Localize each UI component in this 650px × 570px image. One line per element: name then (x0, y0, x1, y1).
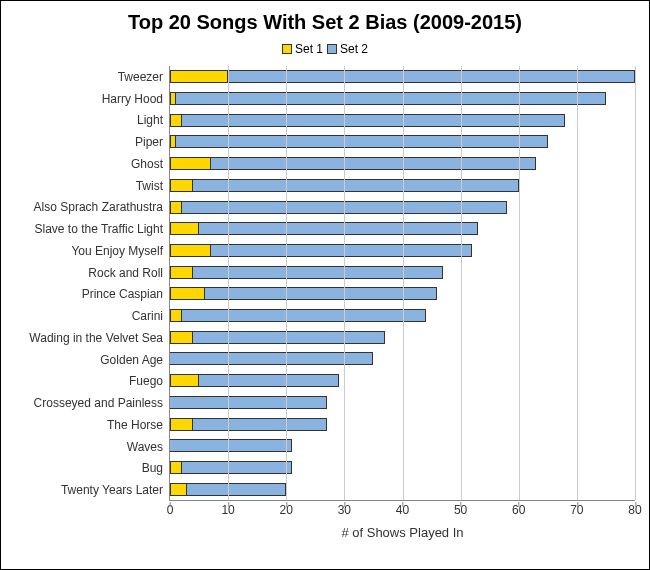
y-tick-label: Slave to the Traffic Light (15, 218, 169, 240)
x-tick-label: 60 (512, 503, 525, 517)
bar-segment-set2 (199, 222, 478, 235)
y-tick-label: Bug (15, 458, 169, 480)
bar-segment-set1 (170, 287, 205, 300)
bar-segment-set1 (170, 331, 193, 344)
bar-segment-set2 (193, 418, 327, 431)
bar-segment-set1 (170, 157, 211, 170)
y-tick-label: You Enjoy Myself (15, 240, 169, 262)
y-tick-label: Tweezer (15, 66, 169, 88)
bar-segment-set2 (170, 439, 292, 452)
bar-segment-set2 (193, 179, 519, 192)
plot-region (170, 66, 635, 501)
y-tick-label: Carini (15, 305, 169, 327)
y-tick-label: Also Sprach Zarathustra (15, 197, 169, 219)
grid-line (403, 66, 404, 500)
bar-segment-set1 (170, 461, 182, 474)
y-tick-label: Wading in the Velvet Sea (15, 327, 169, 349)
bar-segment-set2 (193, 266, 443, 279)
bar-segment-set1 (170, 222, 199, 235)
y-tick-label: Twist (15, 175, 169, 197)
bar-segment-set2 (199, 374, 339, 387)
grid-line (344, 66, 345, 500)
y-tick-label: Rock and Roll (15, 262, 169, 284)
y-tick-label: Golden Age (15, 349, 169, 371)
x-tick-label: 80 (628, 503, 641, 517)
bar-segment-set2 (211, 244, 473, 257)
bar-segment-set2 (211, 157, 537, 170)
y-tick-label: Ghost (15, 153, 169, 175)
y-tick-label: Harry Hood (15, 88, 169, 110)
bar-segment-set1 (170, 374, 199, 387)
bar-segment-set1 (170, 266, 193, 279)
y-tick-label: The Horse (15, 414, 169, 436)
x-tick-label: 70 (570, 503, 583, 517)
legend: Set 1 Set 2 (15, 42, 635, 56)
chart-container: Top 20 Songs With Set 2 Bias (2009-2015)… (0, 0, 650, 570)
bar-segment-set2 (170, 352, 373, 365)
x-axis-title: # of Shows Played In (170, 525, 635, 540)
bar-segment-set2 (182, 461, 292, 474)
bar-segment-set2 (182, 114, 566, 127)
bar-segment-set1 (170, 179, 193, 192)
bar-segment-set2 (176, 135, 548, 148)
grid-line (577, 66, 578, 500)
bar-segment-set2 (228, 70, 635, 83)
y-tick-label: Waves (15, 436, 169, 458)
bar-segment-set2 (193, 331, 385, 344)
bar-segment-set1 (170, 244, 211, 257)
y-tick-label: Light (15, 110, 169, 132)
bar-segment-set1 (170, 483, 187, 496)
legend-swatch-set2 (327, 44, 337, 54)
x-tick-label: 20 (280, 503, 293, 517)
y-tick-label: Piper (15, 131, 169, 153)
bar-segment-set2 (187, 483, 286, 496)
legend-item-set1: Set 1 (282, 42, 323, 56)
y-tick-label: Crosseyed and Painless (15, 392, 169, 414)
y-tick-label: Fuego (15, 371, 169, 393)
y-tick-label: Prince Caspian (15, 284, 169, 306)
bar-segment-set1 (170, 418, 193, 431)
x-tick-label: 50 (454, 503, 467, 517)
legend-item-set2: Set 2 (327, 42, 368, 56)
bar-segment-set1 (170, 114, 182, 127)
legend-swatch-set1 (282, 44, 292, 54)
bar-segment-set2 (182, 309, 426, 322)
x-axis: 01020304050607080 (170, 501, 635, 519)
legend-label-set1: Set 1 (295, 42, 323, 56)
x-tick-label: 10 (221, 503, 234, 517)
x-tick-label: 40 (396, 503, 409, 517)
grid-line (228, 66, 229, 500)
bar-segment-set2 (170, 396, 327, 409)
chart-title: Top 20 Songs With Set 2 Bias (2009-2015) (15, 11, 635, 34)
y-tick-label: Twenty Years Later (15, 479, 169, 501)
bar-segment-set1 (170, 70, 228, 83)
x-tick-label: 0 (167, 503, 174, 517)
grid-line (519, 66, 520, 500)
x-tick-label: 30 (338, 503, 351, 517)
bar-segment-set1 (170, 309, 182, 322)
grid-line (461, 66, 462, 500)
grid-line (635, 66, 636, 500)
bar-segment-set1 (170, 201, 182, 214)
legend-label-set2: Set 2 (340, 42, 368, 56)
plot-area: TweezerHarry HoodLightPiperGhostTwistAls… (15, 66, 635, 501)
bar-segment-set2 (176, 92, 606, 105)
grid-line (286, 66, 287, 500)
y-axis: TweezerHarry HoodLightPiperGhostTwistAls… (15, 66, 170, 501)
